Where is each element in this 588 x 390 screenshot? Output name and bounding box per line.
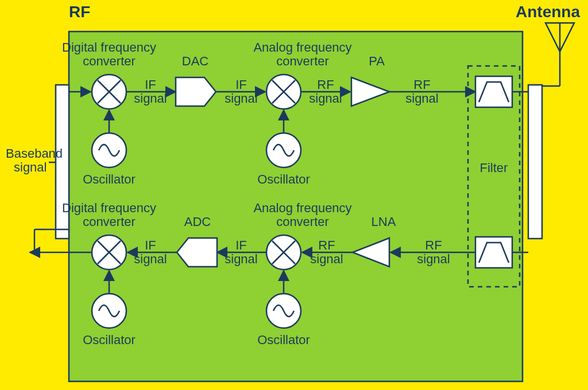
svg-rect-15: [475, 76, 512, 107]
tx-analog-mixer: [266, 75, 301, 109]
svg-text:Oscillator: Oscillator: [83, 333, 136, 347]
svg-text:Oscillator: Oscillator: [257, 333, 310, 347]
tx-digital-mixer: [92, 75, 126, 109]
svg-rect-36: [475, 237, 512, 268]
rx-analog-mixer: [266, 235, 301, 270]
tx-filter-icon: [475, 76, 512, 107]
filter-label: Filter: [480, 161, 508, 175]
svg-text:Oscillator: Oscillator: [83, 172, 136, 186]
baseband-label: Basebandsignal: [6, 146, 63, 174]
dac-label: DAC: [182, 54, 209, 68]
svg-text:Oscillator: Oscillator: [257, 172, 310, 186]
baseband-port: [56, 85, 69, 239]
rx-filter-icon: [475, 237, 512, 268]
rx-digital-mixer: [92, 235, 126, 270]
antenna-port: [528, 85, 542, 239]
rf-heading: RF: [69, 3, 90, 21]
pa-label: PA: [369, 54, 385, 68]
antenna-heading: Antenna: [516, 3, 580, 21]
adc-label: ADC: [184, 214, 211, 229]
lna-label: LNA: [372, 214, 396, 229]
antenna-icon: [542, 23, 574, 86]
